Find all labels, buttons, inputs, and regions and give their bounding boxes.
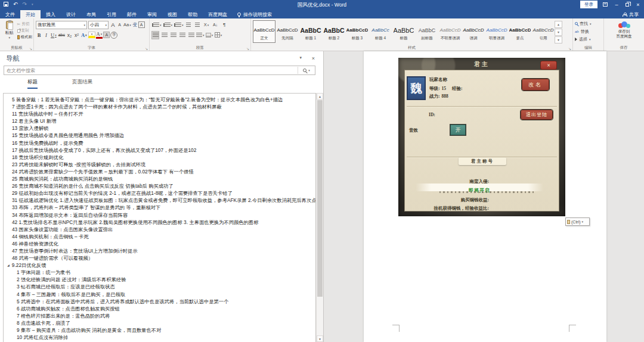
grow-font-button[interactable]: A <box>110 21 116 29</box>
font-size-combo[interactable]: 小四▾ <box>88 21 109 29</box>
nav-list-item[interactable]: 4 集市 – 三国趣闻：领取后不是已购买，是已领取 <box>4 291 315 298</box>
character-border-button[interactable]: A <box>138 21 145 28</box>
align-right-button[interactable] <box>169 31 177 39</box>
login-button[interactable]: 登录 <box>580 1 597 8</box>
numbering-button[interactable] <box>163 21 173 29</box>
nav-list-item[interactable]: 6 战功商城购买触发：点击图标也触发购买按钮 <box>4 305 315 312</box>
shading-button[interactable] <box>206 31 213 39</box>
style-title[interactable]: AaBbC 标题 <box>392 20 415 43</box>
font-color-button[interactable]: A <box>96 32 103 39</box>
gallery-more-button[interactable]: ▼ <box>555 36 562 43</box>
nav-list-item[interactable]: 33 布阵，武将列表 – 武将类型串了 智谋的是勇武的 等，重新核对下 <box>4 204 315 211</box>
tab-view[interactable]: 视图 <box>162 10 182 18</box>
tab-design[interactable]: 设计 <box>61 10 81 18</box>
show-marks-button[interactable]: ¶ <box>221 21 228 29</box>
style-no-spacing[interactable]: AaBbCcD 无间隔 <box>276 20 299 43</box>
paste-button[interactable]: 粘贴 ▾ <box>2 20 17 44</box>
nav-list-item[interactable]: 23 武将技能未解锁时可释放 -按照等级解锁的，去掉测试环境 <box>4 161 315 168</box>
nav-list-item[interactable]: 2 强化经验满的问题 还没对：满级后不再积累经验 <box>4 276 315 283</box>
share-button[interactable]: 共享 <box>623 10 644 18</box>
highlight-color-button[interactable] <box>88 32 95 38</box>
superscript-button[interactable]: x² <box>73 31 80 39</box>
styles-dialog-launcher[interactable]: ↘ <box>568 46 571 51</box>
character-shading-button[interactable]: A <box>103 32 110 38</box>
nav-list-item[interactable]: 9 集市 – 购买道具：点击战功购买 消耗的是黄金，而且数量也不对 <box>4 327 315 334</box>
nav-list-item[interactable]: 42 1.竞技场排名不显示NPC只显示玩家 2.魏蜀吴图标更换使用不同颜色的图标… <box>4 219 315 226</box>
align-left-button[interactable] <box>151 31 159 39</box>
underline-button[interactable]: U <box>50 31 57 39</box>
select-button[interactable]: 选择▾ <box>575 35 602 43</box>
align-center-button[interactable] <box>160 31 168 39</box>
nav-list-item[interactable]: 3 钻石商城已经领取后：应该是已经领取状态 <box>4 283 315 290</box>
tell-me-box[interactable]: 操作说明搜索 <box>233 10 272 18</box>
nav-list-item[interactable]: 13 蛮族入侵解锁 <box>4 125 315 132</box>
phonetic-guide-button[interactable]: 变 <box>132 21 138 29</box>
nav-list-item[interactable]: 7 进阶蛋1卡死：因为点进去了两个一样的素材卡作为材料，点进去第二个的时候，其他… <box>4 103 315 110</box>
nav-list-item[interactable]: 29 征战初始会出现没有标记当前关卡的情况 2-1，或者正在挑战1-8呢，这个需… <box>4 189 315 197</box>
nav-list-item[interactable]: 43 国家头像设置功能：点击国家头像设置弹出 <box>4 226 315 233</box>
nav-list-item[interactable]: 5 装备穿戴：1 若无装备可穿戴：点击一键穿戴：弹出提示为：“暂无可穿戴装备”2… <box>4 96 315 103</box>
copy-button[interactable]: 复制 <box>17 28 33 33</box>
tab-baidu-netdisk[interactable]: 百度网盘 <box>203 10 233 18</box>
nav-list-item[interactable]: 18 竞技场积分规则优化 <box>4 154 315 161</box>
nav-list-item[interactable]: 24 武将进阶效果弹窗缺少一个先手值效果 – 放到最下面，0.02字体看下 有一… <box>4 168 315 175</box>
italic-button[interactable]: I <box>43 31 49 39</box>
style-subtitle[interactable]: AaBbC 副标题 <box>416 20 438 43</box>
nav-list-item[interactable]: 12 君主头像 UI 新增 <box>4 117 315 125</box>
style-intense-emphasis[interactable]: AaBbCcD 明显强调 <box>485 20 508 43</box>
nav-list-item[interactable]: 26 竞技商城不知道消耗的是什么 点击购买后没反应 切换tab后 购买成功了 <box>4 182 315 189</box>
style-subtle-emphasis[interactable]: AaBbCcD 不明显强调 <box>439 20 462 43</box>
navigation-options-icon[interactable]: ▾ <box>299 55 302 60</box>
embedded-game-image[interactable]: 君主 × 魏 玩家名称 等级:15经验: 战力:888 改名 ID: 退出登陆 … <box>398 58 565 216</box>
style-emphasis[interactable]: AaBbCcD 强调 <box>462 20 485 43</box>
nav-tab-pages[interactable]: 页面 <box>72 79 82 89</box>
paste-dropdown-icon[interactable]: ▾ <box>8 36 10 39</box>
multilevel-list-button[interactable] <box>174 21 184 29</box>
tab-help[interactable]: 帮助 <box>182 10 203 18</box>
distribute-button[interactable] <box>187 31 195 39</box>
paragraph-dialog-launcher[interactable]: ↘ <box>246 46 249 51</box>
nav-list-item[interactable]: 48 武将一键进阶需求（可以看视频） <box>4 254 315 262</box>
style-quote[interactable]: AaBbCcD 引用 <box>532 20 555 43</box>
shrink-font-button[interactable]: A <box>116 21 123 29</box>
enclose-characters-button[interactable]: 字 <box>110 32 117 39</box>
font-name-combo[interactable]: 微软雅黑▾ <box>36 21 87 29</box>
nav-list-item[interactable]: 7 橙色碎片招募出来的是：蓝色品阶的武将 <box>4 312 315 319</box>
bullets-button[interactable] <box>151 21 162 29</box>
line-spacing-button[interactable] <box>196 31 205 39</box>
nav-list-item[interactable]: 9.22日优化反馈 <box>4 262 315 269</box>
tab-file[interactable]: 文件 <box>0 10 20 18</box>
style-strong[interactable]: AaBbCcD 要点 <box>509 20 531 43</box>
clipboard-dialog-launcher[interactable]: ↘ <box>29 46 32 51</box>
replace-button[interactable]: ab替换 <box>575 27 602 35</box>
bold-button[interactable]: B <box>36 31 42 39</box>
nav-list-item[interactable]: 31 征战速战逻辑优化 1.进入快速征战页板如图：玩家点击黄金或者免费，即可立即… <box>4 197 315 204</box>
strikethrough-button[interactable]: abc <box>58 31 66 39</box>
nav-list-item[interactable]: 44 铜钱购买机制：点击铜钱 – 卡死 <box>4 233 315 240</box>
search-options-icon[interactable]: ▾ <box>308 69 310 72</box>
tab-insert[interactable]: 插入 <box>41 10 61 18</box>
style-heading-2[interactable]: AaBbC 标题 2 <box>323 20 345 43</box>
nav-list-item[interactable]: 10 武将红点没有消除掉 <box>4 334 315 341</box>
nav-list-item[interactable]: 8 点击速战卡死，崩溃了 <box>4 319 315 327</box>
nav-list-item[interactable]: 47 竞技场赛季倒计时表达：竞技场UI上方增加倒计时提示 <box>4 247 315 254</box>
change-case-button[interactable]: Aa <box>123 21 132 29</box>
format-painter-button[interactable]: 格式刷 <box>17 35 33 40</box>
paste-options-button[interactable]: (Ctrl) ▾ <box>565 217 590 226</box>
restore-button[interactable] <box>626 3 629 7</box>
sort-button[interactable]: A↓ <box>212 21 219 29</box>
document-search-box[interactable]: 在文档中搜索 ▾ <box>4 66 315 75</box>
text-effects-button[interactable]: A <box>80 31 88 39</box>
nav-list-item[interactable]: 25 商城购买消耗：战功商城购买消耗的是铜钱 <box>4 175 315 182</box>
nav-list-item[interactable]: 17 挑战后竞技场挑战令变成了0，实际上还有，再次挑战又变成了107，外面还是1… <box>4 147 315 154</box>
nav-list-item[interactable]: 46 神兽经验资源优化 <box>4 240 315 247</box>
scroll-up-icon[interactable]: ▲ <box>317 93 323 100</box>
tab-references[interactable]: 引用 <box>101 10 122 18</box>
tab-review[interactable]: 审阅 <box>142 10 162 18</box>
navigation-close-icon[interactable]: × <box>312 55 315 61</box>
search-icon[interactable] <box>303 69 306 72</box>
gallery-down-button[interactable]: ▼ <box>555 29 562 36</box>
nav-list-item[interactable]: 16 竞技场免费挑战时，提示免费 <box>4 139 315 147</box>
nav-list-item[interactable]: 1 字体问题：统一为隶书 <box>4 269 315 276</box>
minimize-button[interactable]: – <box>613 2 620 8</box>
